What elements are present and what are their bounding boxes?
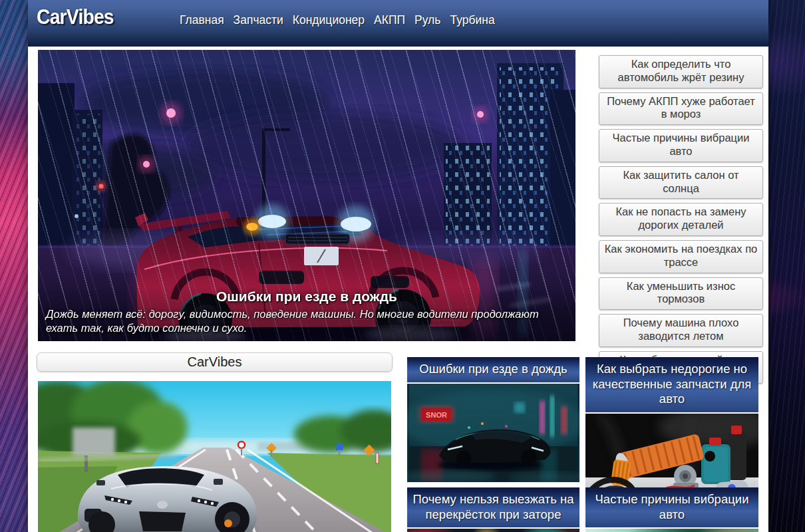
sidebar-item-highway-economy[interactable]: Как экономить на поездках по трассе [599, 240, 763, 273]
sidebar-article-list: Как определить что автомобиль жрёт резин… [599, 55, 763, 384]
sidebar-item-summer-start[interactable]: Почему машина плохо заводится летом [599, 314, 763, 347]
article-card-rain-title[interactable]: Ошибки при езде в дождь [407, 357, 579, 384]
hero-title: Ошибки при езде в дождь [46, 289, 567, 305]
nav-link-parts[interactable]: Запчасти [234, 13, 283, 27]
article-card-intersection: Почему нельзя выезжать на перекрёсток пр… [407, 487, 579, 532]
article-card-vibration: Частые причины вибрации авто [585, 487, 758, 532]
nav-link-turbo[interactable]: Турбина [450, 13, 494, 27]
nav-link-wheel[interactable]: Руль [414, 13, 440, 27]
nav-link-conditioner[interactable]: Кондиционер [293, 13, 365, 27]
hero-caption: Ошибки при езде в дождь Дождь меняет всё… [38, 286, 575, 341]
sidebar-item-akpp-frost[interactable]: Почему АКПП хуже работает в мороз [599, 92, 763, 126]
hero-article-image[interactable]: Ошибки при езде в дождь Дождь меняет всё… [38, 50, 575, 341]
nav-link-akpp[interactable]: АКПП [374, 13, 405, 27]
section-title-bar: CarVibes [37, 352, 393, 372]
site-logo[interactable]: CarVibes [37, 5, 114, 29]
hero-subtitle: Дождь меняет всё: дорогу, видимость, пов… [46, 307, 567, 335]
sidebar-item-brake-wear[interactable]: Как уменьшить износ тормозов [599, 277, 763, 311]
sidebar-item-sun-protection[interactable]: Как защитить салон от солнца [599, 166, 763, 200]
sidebar-item-expensive-parts[interactable]: Как не попасть на замену дорогих деталей [599, 203, 763, 236]
article-card-parts-title[interactable]: Как выбрать недорогие но качественные за… [585, 357, 758, 414]
top-navbar: CarVibes Главная Запчасти Кондиционер АК… [28, 0, 768, 47]
article-card-intersection-title[interactable]: Почему нельзя выезжать на перекрёсток пр… [407, 487, 579, 529]
sidebar-item-tire-wear[interactable]: Как определить что автомобиль жрёт резин… [599, 55, 763, 88]
page-container: CarVibes Главная Запчасти Кондиционер АК… [28, 0, 768, 532]
sidebar-item-vibration[interactable]: Частые причины вибрации авто [599, 129, 763, 162]
main-navigation: Главная Запчасти Кондиционер АКПП Руль Т… [180, 0, 495, 40]
neon-sign-text: SNOR [426, 411, 447, 419]
article-card-rain-image[interactable]: SNOR [407, 384, 579, 482]
article-card-vibration-title[interactable]: Частые причины вибрации авто [585, 487, 758, 529]
article-card-parts: Как выбрать недорогие но качественные за… [585, 357, 758, 506]
article-card-vibration-image[interactable] [585, 529, 758, 532]
article-card-rain: Ошибки при езде в дождь SNOR [407, 357, 579, 482]
article-card-intersection-image[interactable] [407, 529, 579, 532]
nav-link-home[interactable]: Главная [180, 13, 224, 27]
highway-car-image[interactable] [38, 381, 391, 532]
